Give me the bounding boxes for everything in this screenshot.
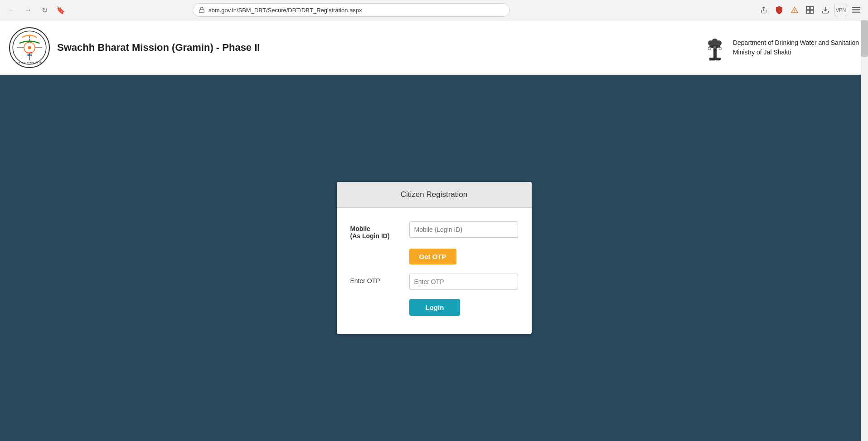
downloads-button[interactable] — [819, 4, 832, 16]
lock-icon — [199, 7, 205, 13]
svg-point-10 — [28, 46, 31, 49]
svg-text:भारत: भारत — [27, 54, 32, 57]
svg-rect-4 — [810, 10, 814, 14]
url-text: sbm.gov.in/SBM_DBT/Secure/DBT/DBT_Regist… — [209, 7, 362, 14]
scrollbar-track — [861, 20, 868, 441]
site-title: Swachh Bharat Mission (Gramin) - Phase I… — [57, 42, 260, 54]
refresh-button[interactable]: ↻ — [38, 4, 51, 16]
login-group: Login — [350, 299, 518, 316]
svg-rect-5 — [852, 7, 860, 8]
menu-button[interactable] — [850, 4, 863, 16]
brave-shield-button[interactable] — [773, 4, 786, 16]
bookmark-button[interactable]: 🔖 — [54, 4, 67, 16]
svg-rect-0 — [199, 10, 204, 12]
forward-button[interactable]: → — [22, 4, 34, 16]
header-dept-text: Department of Drinking Water and Sanitat… — [733, 38, 859, 57]
card-body: Mobile (As Login ID) Get OTP Enter OTP L… — [337, 208, 532, 334]
warning-button[interactable] — [788, 4, 801, 16]
svg-rect-7 — [852, 12, 860, 13]
svg-rect-1 — [807, 7, 810, 10]
address-bar[interactable]: sbm.gov.in/SBM_DBT/Secure/DBT/DBT_Regist… — [193, 3, 510, 17]
mobile-field-group: Mobile (As Login ID) — [350, 221, 518, 240]
browser-right-icons: VPN — [757, 4, 863, 16]
sbm-logo: एक कदम स्वच्छता की ओर भारत स्वच्छ — [9, 27, 50, 68]
registration-card: Citizen Registration Mobile (As Login ID… — [337, 182, 532, 334]
scrollbar-thumb[interactable] — [861, 20, 868, 57]
svg-point-26 — [719, 47, 722, 50]
svg-point-25 — [708, 47, 711, 50]
govt-emblem: सत्यमेव जयते — [703, 33, 727, 62]
browser-toolbar: ← → ↻ 🔖 sbm.gov.in/SBM_DBT/Secure/DBT/DB… — [0, 0, 868, 20]
dept-line1: Department of Drinking Water and Sanitat… — [733, 38, 859, 48]
get-otp-button[interactable]: Get OTP — [409, 249, 456, 265]
header-right-section: सत्यमेव जयते Department of Drinking Wate… — [703, 33, 859, 62]
extensions-button[interactable] — [804, 4, 816, 16]
mobile-label: Mobile (As Login ID) — [350, 221, 409, 240]
otp-label: Enter OTP — [350, 274, 409, 284]
card-title: Citizen Registration — [337, 182, 532, 208]
site-header: एक कदम स्वच्छता की ओर भारत स्वच्छ Swachh… — [0, 20, 868, 75]
svg-point-23 — [712, 39, 718, 45]
header-logo-section: एक कदम स्वच्छता की ओर भारत स्वच्छ Swachh… — [9, 27, 260, 68]
svg-text:एक कदम स्वच्छता की ओर: एक कदम स्वच्छता की ओर — [16, 61, 42, 64]
vpn-button[interactable]: VPN — [834, 4, 847, 16]
svg-rect-2 — [810, 7, 814, 10]
otp-input[interactable] — [409, 274, 518, 290]
share-button[interactable] — [757, 4, 770, 16]
login-button[interactable]: Login — [409, 299, 461, 316]
back-button[interactable]: ← — [5, 4, 18, 16]
mobile-input[interactable] — [409, 221, 518, 238]
svg-text:सत्यमेव जयते: सत्यमेव जयते — [709, 59, 720, 62]
svg-rect-6 — [852, 10, 860, 10]
otp-field-group: Enter OTP — [350, 274, 518, 290]
svg-text:स्वच्छ: स्वच्छ — [26, 51, 32, 54]
get-otp-group: Get OTP — [350, 249, 518, 265]
main-content: Citizen Registration Mobile (As Login ID… — [0, 75, 868, 441]
dept-line2: Ministry of Jal Shakti — [733, 48, 859, 57]
svg-rect-3 — [807, 10, 810, 14]
svg-point-24 — [713, 46, 716, 49]
